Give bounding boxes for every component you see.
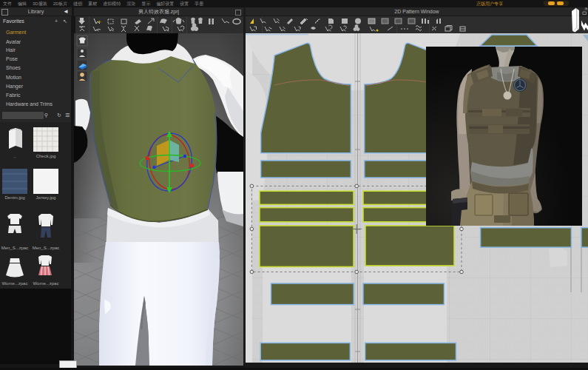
- svg-text:+: +: [98, 18, 101, 25]
